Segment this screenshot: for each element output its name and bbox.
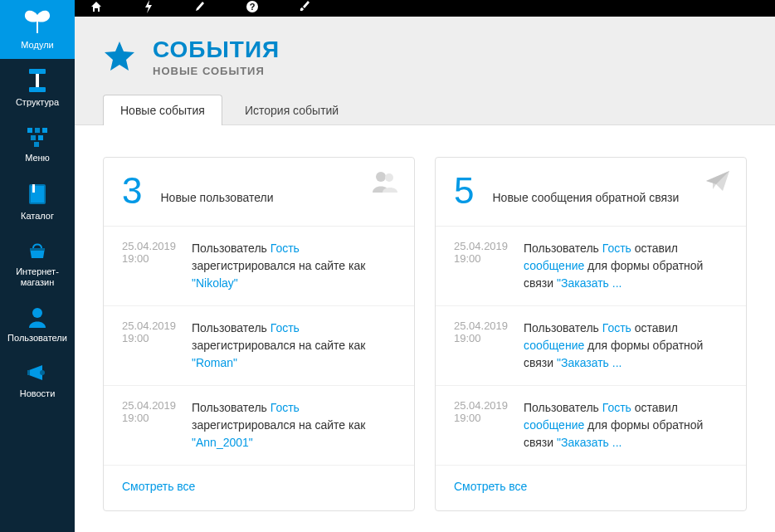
basket-icon	[25, 240, 50, 261]
content: 3 Новые пользователи 25.04.201919:00 Пол…	[75, 125, 775, 532]
row-date: 25.04.2019	[454, 240, 524, 252]
home-icon[interactable]	[90, 0, 103, 17]
sidebar-label: Пользователи	[7, 333, 67, 344]
row-text: Пользователь Гость оставил сообщение для…	[524, 320, 728, 372]
main: ? СОБЫТИЯ НОВЫЕ СОБЫТИЯ Новые события Ис…	[75, 0, 775, 532]
sidebar-label: Меню	[25, 153, 50, 164]
sidebar-label: Каталог	[21, 211, 54, 222]
page-subtitle: НОВЫЕ СОБЫТИЯ	[153, 65, 280, 77]
sidebar-item-news[interactable]: Новости	[0, 352, 75, 408]
row-time: 19:00	[454, 252, 524, 265]
view-all-link[interactable]: Смотреть все	[454, 480, 527, 493]
user-link[interactable]: Гость	[602, 242, 631, 255]
sidebar-item-shop[interactable]: Интернет- магазин	[0, 230, 75, 296]
event-row: 25.04.201919:00 Пользователь Гость зарег…	[104, 386, 414, 466]
brush-icon[interactable]	[299, 0, 310, 17]
view-all-link[interactable]: Смотреть все	[122, 480, 195, 493]
page-title: СОБЫТИЯ	[153, 37, 280, 63]
event-row: 25.04.201919:00 Пользователь Гость остав…	[436, 306, 746, 386]
svg-rect-4	[35, 128, 40, 133]
panel-label: Новые сообщения обратной связи	[492, 191, 679, 209]
row-text: Пользователь Гость зарегистрировался на …	[192, 399, 396, 451]
sidebar-label: Модули	[21, 40, 53, 51]
event-row: 25.04.201919:00 Пользователь Гость зарег…	[104, 227, 414, 306]
svg-rect-6	[31, 135, 36, 140]
tab-history[interactable]: История событий	[227, 95, 356, 125]
row-text: Пользователь Гость оставил сообщение для…	[524, 240, 728, 292]
sidebar-label: Новости	[20, 388, 56, 399]
sidebar-item-structure[interactable]: Структура	[0, 59, 75, 116]
svg-rect-14	[27, 370, 30, 375]
event-row: 25.04.201919:00 Пользователь Гость зарег…	[104, 306, 414, 386]
pen-icon[interactable]	[194, 0, 206, 17]
svg-rect-7	[38, 135, 43, 140]
svg-rect-0	[29, 69, 46, 74]
row-time: 19:00	[122, 252, 192, 265]
username-link[interactable]: "Nikolay"	[192, 276, 238, 290]
svg-rect-12	[30, 248, 45, 251]
username-link[interactable]: "Roman"	[192, 356, 237, 369]
help-icon[interactable]: ?	[246, 0, 259, 17]
user-link[interactable]: Гость	[602, 321, 631, 334]
user-link[interactable]: Гость	[271, 242, 300, 255]
user-link[interactable]: Гость	[602, 401, 631, 414]
row-date: 25.04.2019	[454, 399, 524, 412]
sidebar-label: Структура	[16, 97, 59, 108]
username-link[interactable]: "Ann_2001"	[192, 436, 253, 449]
row-time: 19:00	[122, 332, 192, 344]
user-icon	[27, 306, 48, 328]
paper-plane-icon	[704, 169, 731, 196]
header: СОБЫТИЯ НОВЫЕ СОБЫТИЯ Новые события Исто…	[75, 17, 775, 125]
menu-icon	[25, 126, 50, 148]
row-text: Пользователь Гость оставил сообщение для…	[524, 399, 728, 451]
book-icon	[27, 183, 47, 206]
svg-point-15	[40, 370, 45, 375]
user-link[interactable]: Гость	[271, 321, 300, 334]
row-text: Пользователь Гость зарегистрировался на …	[192, 320, 396, 372]
panel-new-users: 3 Новые пользователи 25.04.201919:00 Пол…	[103, 157, 415, 511]
sidebar-label: Интернет- магазин	[16, 266, 59, 288]
event-row: 25.04.201919:00 Пользователь Гость остав…	[436, 227, 746, 306]
row-date: 25.04.2019	[122, 399, 192, 412]
svg-rect-1	[36, 74, 39, 87]
sidebar-item-modules[interactable]: Модули	[0, 0, 75, 59]
user-link[interactable]: Гость	[271, 401, 300, 414]
sidebar: Модули Структура Меню Каталог Интернет- …	[0, 0, 75, 532]
row-text: Пользователь Гость зарегистрировался на …	[192, 240, 396, 292]
sidebar-item-users[interactable]: Пользователи	[0, 296, 75, 352]
row-time: 19:00	[454, 332, 524, 344]
bolt-icon[interactable]	[143, 0, 154, 17]
form-link[interactable]: "Заказать ...	[557, 436, 621, 449]
row-time: 19:00	[122, 412, 192, 424]
message-link[interactable]: сообщение	[524, 259, 584, 272]
topbar: ?	[75, 0, 775, 17]
svg-rect-8	[34, 142, 39, 147]
svg-text:?: ?	[250, 2, 256, 12]
row-date: 25.04.2019	[122, 320, 192, 332]
row-date: 25.04.2019	[122, 240, 192, 252]
svg-point-19	[385, 173, 393, 182]
svg-point-13	[32, 308, 42, 318]
megaphone-icon	[26, 362, 49, 383]
tabs: Новые события История событий	[103, 94, 747, 124]
sidebar-item-catalog[interactable]: Каталог	[0, 173, 75, 230]
users-icon	[371, 169, 399, 198]
panel-feedback: 5 Новые сообщения обратной связи 25.04.2…	[435, 157, 747, 511]
butterfly-icon	[23, 10, 51, 35]
structure-icon	[27, 69, 48, 92]
event-row: 25.04.201919:00 Пользователь Гость остав…	[436, 386, 746, 466]
sidebar-item-menu[interactable]: Меню	[0, 116, 75, 172]
svg-rect-3	[27, 128, 32, 133]
tab-new-events[interactable]: Новые события	[103, 95, 222, 125]
svg-point-18	[376, 172, 386, 182]
svg-rect-5	[42, 128, 47, 133]
row-date: 25.04.2019	[454, 320, 524, 332]
panel-label: Новые пользователи	[160, 191, 273, 209]
svg-rect-11	[32, 184, 35, 193]
message-link[interactable]: сообщение	[524, 339, 584, 352]
panel-count: 5	[454, 173, 474, 209]
form-link[interactable]: "Заказать ...	[557, 276, 621, 290]
star-icon	[103, 39, 136, 76]
message-link[interactable]: сообщение	[524, 418, 584, 432]
form-link[interactable]: "Заказать ...	[557, 356, 621, 369]
